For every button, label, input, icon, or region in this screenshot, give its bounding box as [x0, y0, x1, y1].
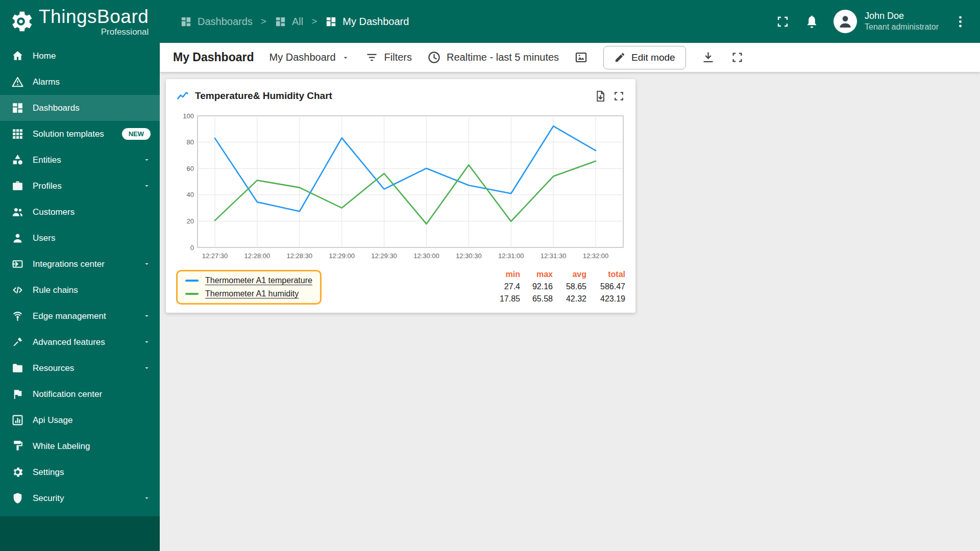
breadcrumb-dashboards[interactable]: Dashboards: [180, 16, 253, 28]
widget-title: Temperature& Humidity Chart: [195, 90, 589, 102]
sidebar-item-label: Alarms: [33, 77, 151, 87]
sidebar-item-integrations-center[interactable]: Integrations center: [0, 251, 160, 277]
user-name: John Doe: [865, 10, 939, 22]
widget-header: Temperature& Humidity Chart: [176, 86, 625, 106]
sidebar-item-edge-management[interactable]: Edge management: [0, 303, 160, 329]
chevron-down-icon: [143, 338, 151, 346]
dashboards-icon: [180, 16, 192, 28]
sidebar-item-label: Entities: [33, 155, 134, 165]
download-icon[interactable]: [701, 51, 715, 64]
sidebar-item-rule-chains[interactable]: Rule chains: [0, 277, 160, 303]
briefcase-icon: [11, 180, 24, 192]
app-logo[interactable]: ThingsBoard Professional: [0, 0, 160, 43]
folder-icon: [11, 362, 24, 374]
svg-text:12:28:00: 12:28:00: [244, 252, 271, 260]
code-icon: [11, 284, 24, 296]
sidebar-item-settings[interactable]: Settings: [0, 459, 160, 485]
svg-text:12:30:30: 12:30:30: [456, 252, 482, 260]
image-icon[interactable]: [574, 51, 588, 64]
sidebar-item-home[interactable]: Home: [0, 43, 160, 69]
chevron-down-icon: [143, 312, 151, 320]
chart-box-icon: [11, 414, 24, 427]
stats-value: 27.4: [487, 282, 520, 291]
dashboards-icon: [275, 16, 286, 28]
sidebar-item-entities[interactable]: Entities: [0, 147, 160, 173]
timeseries-icon: [176, 89, 189, 103]
user-menu[interactable]: John Doe Tenant administrator: [834, 10, 939, 33]
sidebar-item-security[interactable]: Security: [0, 485, 160, 511]
sidebar-item-label: Dashboards: [33, 103, 151, 113]
toolbar-fullscreen-icon[interactable]: [730, 51, 744, 64]
new-badge: NEW: [122, 128, 151, 140]
input-icon: [11, 258, 24, 270]
svg-text:12:27:30: 12:27:30: [202, 252, 228, 260]
sidebar-item-label: Profiles: [33, 181, 134, 191]
chevron-down-icon: [341, 54, 350, 62]
user-role: Tenant administrator: [865, 22, 939, 33]
stats-value: 92.16: [520, 282, 553, 291]
shield-icon: [11, 492, 24, 505]
timewindow-button[interactable]: Realtime - last 5 minutes: [427, 51, 559, 64]
dashboard-state-selector[interactable]: My Dashboard: [269, 52, 349, 63]
breadcrumb-label: My Dashboard: [342, 16, 409, 28]
paint-icon: [11, 440, 24, 453]
svg-text:40: 40: [187, 191, 194, 198]
app-name: ThingsBoard: [39, 6, 149, 27]
stats-value: 17.85: [487, 294, 520, 304]
series-key-blue: [185, 280, 199, 282]
stats-header-avg: avg: [553, 270, 586, 279]
export-icon[interactable]: [594, 90, 607, 103]
filter-icon: [365, 51, 379, 64]
sidebar-item-notification-center[interactable]: Notification center: [0, 381, 160, 407]
sidebar-item-solution-templates[interactable]: Solution templates NEW: [0, 121, 160, 147]
dashboard-toolbar: My Dashboard My Dashboard Filters Realti…: [160, 43, 980, 72]
sidebar-item-alarms[interactable]: Alarms: [0, 69, 160, 95]
pencil-icon: [614, 52, 626, 63]
sidebar-item-white-labeling[interactable]: White Labeling: [0, 433, 160, 459]
sidebar: ThingsBoard Professional Home Alarms Das…: [0, 0, 160, 551]
sidebar-item-resources[interactable]: Resources: [0, 355, 160, 381]
breadcrumb-label: All: [292, 16, 303, 28]
antenna-icon: [11, 310, 24, 322]
sidebar-item-label: Rule chains: [33, 285, 151, 295]
stats-header-max: max: [520, 270, 553, 279]
legend-item-humidity[interactable]: Thermometer A1 humidity: [185, 289, 312, 298]
sidebar-item-label: Solution templates: [33, 129, 113, 139]
breadcrumb-all[interactable]: All: [275, 16, 303, 28]
fullscreen-icon[interactable]: [775, 14, 790, 29]
sidebar-spacer: [0, 511, 160, 516]
sidebar-item-advanced-features[interactable]: Advanced features: [0, 329, 160, 355]
timewindow-label: Realtime - last 5 minutes: [447, 52, 559, 63]
widget-fullscreen-icon[interactable]: [612, 90, 625, 103]
svg-text:12:30:00: 12:30:00: [413, 252, 439, 260]
stats-header-total: total: [586, 270, 625, 279]
sidebar-item-profiles[interactable]: Profiles: [0, 173, 160, 199]
dashboard-canvas: Temperature& Humidity Chart 020406080100…: [160, 72, 980, 551]
avatar: [834, 10, 857, 33]
warning-icon: [11, 76, 24, 88]
legend-stats-table: min max avg total 27.4 92.16 58.65 586.4…: [487, 270, 625, 304]
legend-item-temperature[interactable]: Thermometer A1 temperature: [185, 276, 312, 285]
notifications-bell-icon[interactable]: [804, 14, 819, 29]
chevron-down-icon: [143, 364, 151, 372]
chevron-down-icon: [143, 260, 151, 268]
app-root: ThingsBoard Professional Home Alarms Das…: [0, 0, 980, 551]
sidebar-item-label: Integrations center: [33, 259, 134, 269]
clock-icon: [427, 51, 441, 64]
svg-text:80: 80: [187, 138, 194, 146]
person-icon: [11, 232, 24, 244]
sidebar-item-users[interactable]: Users: [0, 225, 160, 251]
sidebar-item-api-usage[interactable]: Api Usage: [0, 407, 160, 433]
breadcrumb-separator: >: [311, 16, 317, 27]
widget-footer: Thermometer A1 temperature Thermometer A…: [176, 268, 625, 305]
sidebar-item-label: Advanced features: [33, 337, 134, 347]
sidebar-item-customers[interactable]: Customers: [0, 199, 160, 225]
logo-text: ThingsBoard Professional: [39, 7, 149, 36]
filters-button[interactable]: Filters: [365, 51, 412, 64]
edit-mode-button[interactable]: Edit mode: [603, 46, 686, 69]
widget-card: Temperature& Humidity Chart 020406080100…: [166, 79, 635, 313]
edit-mode-label: Edit mode: [631, 52, 675, 63]
sidebar-item-dashboards[interactable]: Dashboards: [0, 95, 160, 121]
kebab-menu-icon[interactable]: [953, 14, 968, 29]
sidebar-item-label: Api Usage: [33, 415, 151, 425]
